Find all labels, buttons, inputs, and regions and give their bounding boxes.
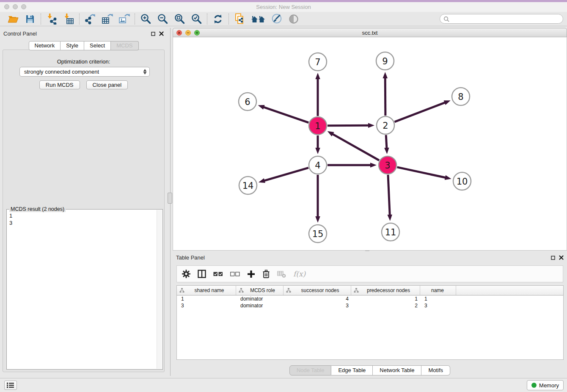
table-cell[interactable]: 1: [351, 296, 420, 302]
table-cell[interactable]: 3: [420, 303, 456, 309]
zoom-selected-icon[interactable]: [190, 13, 203, 25]
tree-icon: [286, 288, 291, 293]
edge-3-1[interactable]: [332, 134, 379, 160]
tree-icon: [239, 288, 244, 293]
tab-node-table[interactable]: Node Table: [289, 365, 332, 375]
mcds-result-text[interactable]: 1 3: [7, 210, 162, 229]
optimization-criterion-label: Optimization criterion:: [3, 58, 164, 65]
tab-mcds[interactable]: MCDS: [111, 41, 138, 50]
add-column-icon[interactable]: [247, 270, 255, 278]
mcds-result-box: MCDS result (2 nodes) 1 3: [6, 209, 163, 370]
minimize-window-button[interactable]: [13, 4, 18, 9]
table-cell[interactable]: 3: [284, 303, 351, 309]
zoom-out-icon[interactable]: [156, 13, 169, 25]
network-minimize-button[interactable]: [185, 30, 191, 36]
edge-arrow-2-9: [383, 72, 388, 78]
show-column-icon[interactable]: [198, 270, 206, 278]
table-body: 1dominator4113dominator323: [177, 295, 563, 309]
hide-graphics-details-icon[interactable]: [270, 13, 284, 25]
task-history-button[interactable]: [4, 381, 17, 390]
show-graphics-details-icon[interactable]: [287, 13, 300, 25]
memory-status-dot: [531, 383, 537, 388]
column-header-predecessor-nodes[interactable]: predecessor nodes: [351, 286, 420, 295]
save-session-icon[interactable]: [23, 13, 37, 25]
node-label-1: 1: [315, 121, 320, 131]
column-header-name[interactable]: name: [420, 286, 456, 295]
search-input[interactable]: [452, 15, 559, 22]
close-panel-button[interactable]: Close panel: [86, 80, 128, 89]
close-window-button[interactable]: [4, 4, 9, 9]
edge-arrow-2-8: [444, 100, 451, 105]
criterion-dropdown[interactable]: strongly connected component: [19, 67, 150, 77]
edge-2-8[interactable]: [394, 102, 445, 122]
network-canvas[interactable]: 7968124314101511: [173, 37, 567, 251]
houses-icon[interactable]: [250, 13, 267, 25]
zoom-window-button[interactable]: [21, 4, 26, 9]
select-all-columns-icon[interactable]: [213, 271, 223, 276]
float-panel-icon[interactable]: [151, 32, 155, 36]
panel-splitter-handle[interactable]: [168, 193, 172, 204]
result-scrollbar[interactable]: [157, 210, 162, 369]
delete-table-icon: [277, 270, 286, 278]
network-maximize-button[interactable]: [194, 30, 200, 36]
export-network-icon[interactable]: [83, 13, 97, 25]
table-cell[interactable]: 1: [420, 296, 456, 302]
deselect-all-columns-icon[interactable]: [230, 271, 240, 276]
search-field[interactable]: [440, 14, 563, 24]
memory-label: Memory: [539, 382, 559, 389]
tab-edge-table[interactable]: Edge Table: [331, 365, 373, 375]
main-titlebar[interactable]: Session: New Session: [0, 2, 567, 12]
column-header-shared-name[interactable]: shared name: [177, 286, 236, 295]
run-mcds-button[interactable]: Run MCDS: [39, 80, 80, 89]
tab-motifs[interactable]: Motifs: [421, 365, 450, 375]
edge-3-11[interactable]: [388, 175, 390, 215]
node-label-3: 3: [385, 160, 390, 171]
table-cell[interactable]: dominator: [236, 303, 284, 309]
table-row[interactable]: 1dominator411: [177, 295, 563, 302]
table-cell[interactable]: 1: [177, 296, 236, 302]
edge-arrow-1-6: [258, 105, 265, 110]
float-table-panel-icon[interactable]: [551, 256, 555, 260]
node-label-4: 4: [315, 160, 320, 171]
table-cell[interactable]: 4: [284, 296, 351, 302]
import-network-icon[interactable]: [45, 13, 58, 25]
memory-button[interactable]: Memory: [527, 380, 564, 390]
export-image-icon[interactable]: [117, 13, 131, 25]
edge-arrow-4-15: [315, 216, 320, 223]
open-session-icon[interactable]: [6, 13, 20, 25]
edge-2-9[interactable]: [385, 77, 385, 116]
export-table-icon[interactable]: [100, 13, 114, 25]
new-network-from-selection-icon[interactable]: [233, 13, 246, 25]
cytoscape-window: Session: New Session: [0, 0, 567, 392]
table-cell[interactable]: dominator: [236, 296, 284, 302]
close-panel-icon[interactable]: [159, 31, 164, 36]
network-close-button[interactable]: [176, 30, 182, 36]
edge-4-14[interactable]: [264, 168, 308, 181]
edge-3-10[interactable]: [397, 167, 446, 178]
node-label-14: 14: [242, 181, 254, 191]
tab-select[interactable]: Select: [84, 41, 111, 50]
tab-network-table[interactable]: Network Table: [373, 365, 421, 375]
network-window-titlebar[interactable]: scc.txt: [173, 28, 567, 37]
apply-layout-icon[interactable]: [211, 13, 225, 25]
table-settings-gear-icon[interactable]: [182, 270, 190, 278]
delete-column-icon[interactable]: [262, 270, 270, 278]
edge-2-3[interactable]: [386, 135, 387, 149]
edge-1-2[interactable]: [328, 125, 369, 126]
close-table-panel-icon[interactable]: [559, 255, 564, 260]
tab-network[interactable]: Network: [28, 41, 61, 50]
table-cell[interactable]: 3: [177, 303, 236, 309]
table-row[interactable]: 3dominator323: [177, 302, 563, 309]
table-panel-title: Table Panel: [176, 254, 205, 261]
column-header-successor-nodes[interactable]: successor nodes: [284, 286, 351, 295]
edge-1-6[interactable]: [263, 107, 308, 123]
zoom-in-icon[interactable]: [139, 13, 152, 25]
node-label-11: 11: [385, 227, 396, 237]
table-cell[interactable]: 2: [351, 303, 420, 309]
column-header-MCDS-role[interactable]: MCDS role: [236, 286, 284, 295]
dropdown-stepper-icon: [143, 69, 147, 75]
network-window-title: scc.txt: [362, 30, 378, 36]
import-table-icon[interactable]: [62, 13, 75, 25]
tab-style[interactable]: Style: [61, 41, 84, 50]
zoom-fit-icon[interactable]: [173, 13, 186, 25]
